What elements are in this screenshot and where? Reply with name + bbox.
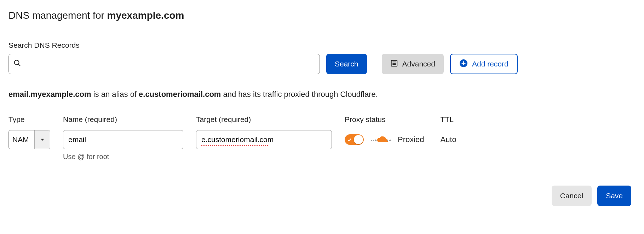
search-label: Search DNS Records — [8, 41, 636, 49]
ttl-field: TTL Auto — [441, 115, 456, 149]
svg-line-1 — [18, 64, 20, 66]
search-button[interactable]: Search — [326, 54, 367, 74]
advanced-button[interactable]: Advanced — [382, 54, 444, 74]
type-field: Type NAM — [8, 115, 50, 149]
chevron-down-icon — [34, 130, 50, 149]
search-input-wrap — [8, 54, 320, 74]
type-select[interactable]: NAM — [8, 130, 50, 149]
name-field: Name (required) Use @ for root — [63, 115, 183, 161]
action-row: Cancel Save — [8, 186, 636, 206]
page-title-domain: myexample.com — [107, 10, 184, 21]
plus-circle-icon — [459, 59, 468, 69]
description-mid2: and has its traffic proxied through Clou… — [221, 90, 378, 99]
svg-marker-11 — [375, 139, 377, 141]
page-title: DNS management for myexample.com — [8, 10, 636, 21]
search-input[interactable] — [8, 54, 320, 74]
proxy-status-text: Proxied — [398, 135, 424, 144]
spellcheck-underline — [201, 145, 269, 146]
svg-marker-9 — [41, 139, 44, 141]
page-title-prefix: DNS management for — [8, 10, 107, 21]
name-helper-text: Use @ for root — [63, 153, 183, 161]
list-icon — [390, 59, 398, 69]
check-icon — [347, 135, 352, 144]
proxy-status-field: Proxy status Proxied — [345, 115, 424, 149]
cloud-proxy-icon — [370, 134, 391, 145]
add-record-button-label: Add record — [472, 60, 508, 68]
record-description: email.myexample.com is an alias of e.cus… — [8, 90, 636, 99]
svg-marker-13 — [390, 139, 391, 141]
target-input[interactable] — [196, 130, 332, 149]
toggle-knob — [354, 135, 363, 144]
target-label: Target (required) — [196, 115, 332, 124]
name-input[interactable] — [63, 130, 183, 149]
type-select-value: NAM — [9, 135, 34, 144]
description-hostname: email.myexample.com — [8, 90, 91, 99]
record-form-row: Type NAM Name (required) Use @ for root … — [8, 115, 636, 161]
search-icon — [13, 59, 21, 69]
proxy-status-label: Proxy status — [345, 115, 424, 124]
target-field: Target (required) — [196, 115, 332, 149]
description-alias-target: e.customeriomail.com — [139, 90, 221, 99]
add-record-button[interactable]: Add record — [450, 54, 518, 74]
cancel-button[interactable]: Cancel — [552, 186, 592, 206]
description-mid1: is an alias of — [91, 90, 139, 99]
ttl-label: TTL — [441, 115, 456, 124]
proxy-toggle[interactable] — [345, 134, 364, 145]
svg-point-0 — [15, 60, 19, 65]
search-row: Search Advanced Add record — [8, 54, 636, 74]
type-label: Type — [8, 115, 50, 124]
ttl-value: Auto — [441, 130, 456, 149]
name-label: Name (required) — [63, 115, 183, 124]
advanced-button-label: Advanced — [402, 60, 435, 68]
save-button[interactable]: Save — [597, 186, 631, 206]
